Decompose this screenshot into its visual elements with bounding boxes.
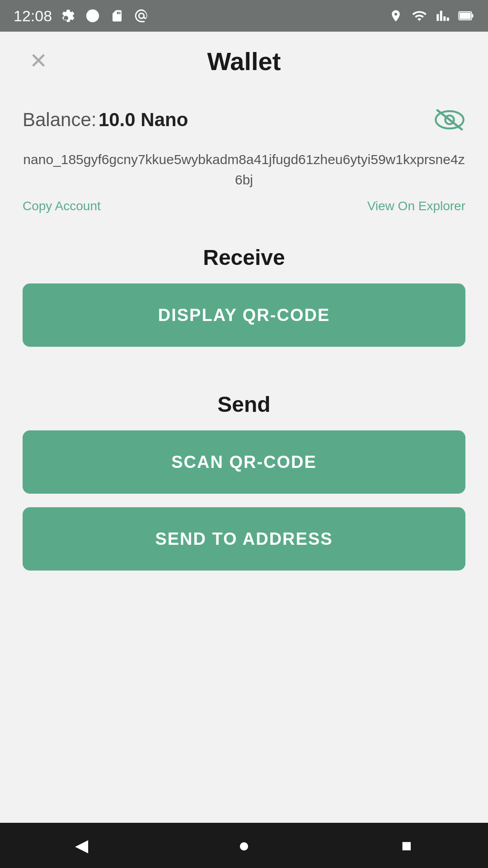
display-qr-code-button[interactable]: DISPLAY QR-CODE bbox=[23, 283, 465, 347]
battery-icon bbox=[458, 8, 474, 24]
svg-point-0 bbox=[86, 9, 99, 22]
receive-section-label: Receive bbox=[23, 245, 465, 270]
status-bar: 12:08 bbox=[0, 0, 488, 32]
page-title: Wallet bbox=[207, 47, 281, 76]
back-icon: ◀ bbox=[75, 835, 88, 855]
home-icon: ● bbox=[238, 835, 249, 856]
settings-icon bbox=[60, 8, 76, 24]
main-content: ✕ Wallet Balance: 10.0 Nano nano_185gyf6… bbox=[0, 32, 488, 823]
balance-amount: 10.0 Nano bbox=[99, 109, 188, 130]
eye-slash-icon bbox=[434, 108, 465, 131]
scan-qr-code-button[interactable]: SCAN QR-CODE bbox=[23, 430, 465, 494]
location-icon bbox=[388, 8, 404, 24]
balance-label: Balance: bbox=[23, 109, 96, 130]
send-section-label: Send bbox=[23, 392, 465, 417]
circle-icon bbox=[84, 8, 101, 24]
balance-section: Balance: 10.0 Nano bbox=[23, 99, 465, 140]
status-right bbox=[388, 8, 474, 24]
recents-icon: ■ bbox=[402, 836, 412, 855]
svg-rect-3 bbox=[460, 13, 470, 19]
balance-display: Balance: 10.0 Nano bbox=[23, 109, 188, 131]
status-left: 12:08 bbox=[14, 7, 150, 25]
header: ✕ Wallet bbox=[23, 32, 465, 90]
toggle-visibility-button[interactable] bbox=[434, 104, 465, 136]
wifi-icon bbox=[411, 8, 427, 24]
copy-account-link[interactable]: Copy Account bbox=[23, 199, 101, 213]
nav-home-button[interactable]: ● bbox=[226, 827, 262, 863]
address-actions: Copy Account View On Explorer bbox=[23, 199, 465, 213]
bottom-nav: ◀ ● ■ bbox=[0, 823, 488, 868]
nav-recents-button[interactable]: ■ bbox=[389, 827, 425, 863]
sd-card-icon bbox=[109, 8, 125, 24]
wallet-address: nano_185gyf6gcny7kkue5wybkadm8a41jfugd61… bbox=[23, 149, 465, 190]
close-icon: ✕ bbox=[29, 50, 47, 72]
view-explorer-link[interactable]: View On Explorer bbox=[367, 199, 465, 213]
status-time: 12:08 bbox=[14, 7, 52, 25]
signal-icon bbox=[435, 8, 451, 24]
send-to-address-button[interactable]: SEND TO ADDRESS bbox=[23, 507, 465, 571]
at-icon bbox=[133, 8, 150, 24]
close-button[interactable]: ✕ bbox=[23, 45, 54, 77]
address-section: nano_185gyf6gcny7kkue5wybkadm8a41jfugd61… bbox=[23, 149, 465, 213]
svg-rect-2 bbox=[472, 14, 474, 18]
nav-back-button[interactable]: ◀ bbox=[63, 827, 99, 863]
